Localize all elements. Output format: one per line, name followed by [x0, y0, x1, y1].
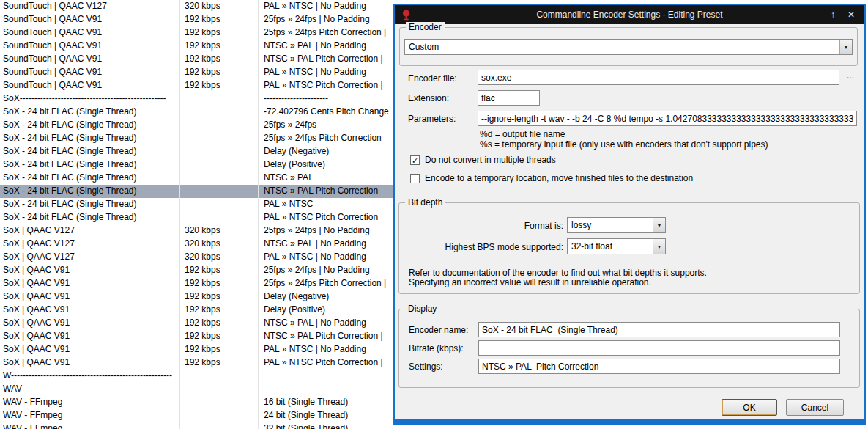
preset-list: SoundTouch | QAAC V127 320 kbps PAL » NT… [0, 0, 394, 429]
cell-settings: PAL » NTSC | No Padding [259, 66, 394, 79]
list-row[interactable]: SoundTouch | QAAC V91 192 kbps PAL » NTS… [0, 66, 394, 79]
list-row[interactable]: SoundTouch | QAAC V91 192 kbps NTSC » PA… [0, 40, 394, 53]
bitrate-kbps-label: Bitrate (kbps): [409, 343, 464, 353]
title-bar[interactable]: Commandline Encoder Settings - Editing P… [395, 5, 864, 24]
list-row[interactable]: SoundTouch | QAAC V127 320 kbps PAL » NT… [0, 0, 394, 13]
browse-button[interactable]: ... [842, 69, 858, 82]
highest-bps-select-value: 32-bit float [568, 239, 653, 254]
ok-button[interactable]: OK [722, 399, 777, 416]
list-row[interactable]: SoX | QAAC V91 192 kbps 25fps » 24fps | … [0, 264, 394, 277]
settings-input[interactable] [478, 359, 840, 374]
cell-name: SoX | QAAC V91 [0, 304, 180, 317]
cell-settings: -72.402796 Cents Pitch Change [259, 106, 394, 119]
cell-bitrate: 320 kbps [180, 0, 259, 13]
list-row[interactable]: SoX | QAAC V91 192 kbps NTSC » PAL Pitch… [0, 330, 394, 343]
encoder-name-input[interactable] [478, 322, 840, 337]
list-row[interactable]: SoX | QAAC V127 320 kbps 25fps » 24fps |… [0, 224, 394, 238]
cell-bitrate [180, 92, 259, 106]
list-row[interactable]: SoX-------------------------------------… [0, 92, 394, 106]
cell-bitrate: 192 kbps [180, 330, 259, 343]
cell-settings: NTSC » PAL Pitch Correction | [259, 53, 394, 66]
encoder-group: Encoder Custom ▼ [399, 27, 858, 66]
list-row[interactable]: SoX - 24 bit FLAC (Single Thread) PAL » … [0, 211, 394, 224]
list-row[interactable]: SoX | QAAC V91 192 kbps PAL » NTSC Pitch… [0, 356, 394, 370]
list-row[interactable]: W---------------------------------------… [0, 370, 394, 383]
temp-location-label: Encode to a temporary location, move fin… [425, 173, 693, 183]
cancel-button[interactable]: Cancel [786, 399, 844, 416]
cell-settings: Delay (Positive) [259, 304, 394, 317]
cell-bitrate [180, 172, 259, 185]
cell-bitrate [180, 211, 259, 224]
cell-bitrate: 192 kbps [180, 264, 259, 277]
highest-bps-select[interactable]: 32-bit float ▼ [567, 238, 666, 254]
highest-bps-label: Highest BPS mode supported: [399, 242, 563, 252]
cell-settings: 25fps » 24fps Pitch Correction | [259, 277, 394, 290]
cell-bitrate: 192 kbps [180, 66, 259, 79]
bitrate-kbps-input[interactable] [478, 340, 840, 356]
dialog-body: Encoder Custom ▼ Encoder file: ... Exten… [395, 24, 864, 419]
list-row[interactable]: SoX - 24 bit FLAC (Single Thread) 25fps … [0, 132, 394, 145]
encoder-select[interactable]: Custom ▼ [404, 39, 853, 55]
cell-bitrate: 320 kbps [180, 238, 259, 251]
cell-name: SoX - 24 bit FLAC (Single Thread) [0, 198, 180, 211]
list-row[interactable]: SoX | QAAC V127 320 kbps NTSC » PAL | No… [0, 238, 394, 251]
list-row[interactable]: SoundTouch | QAAC V91 192 kbps 25fps » 2… [0, 13, 394, 26]
list-row[interactable]: SoX | QAAC V91 192 kbps PAL » NTSC | No … [0, 343, 394, 356]
bit-depth-note-line1: Refer to documentation of the encoder to… [409, 268, 707, 278]
cell-name: SoX-------------------------------------… [0, 92, 180, 106]
list-row[interactable]: SoX | QAAC V91 192 kbps 25fps » 24fps Pi… [0, 277, 394, 290]
list-row[interactable]: SoX - 24 bit FLAC (Single Thread) PAL » … [0, 198, 394, 211]
list-row[interactable]: SoX | QAAC V91 192 kbps Delay (Positive) [0, 304, 394, 317]
list-row[interactable]: SoX - 24 bit FLAC (Single Thread) NTSC »… [0, 185, 394, 198]
list-row[interactable]: SoX - 24 bit FLAC (Single Thread) Delay … [0, 158, 394, 172]
cell-name: SoundTouch | QAAC V91 [0, 40, 180, 53]
list-row[interactable]: SoundTouch | QAAC V91 192 kbps 25fps » 2… [0, 26, 394, 40]
cell-settings: 25fps » 24fps Pitch Correction | [259, 26, 394, 40]
chevron-down-icon[interactable]: ▼ [653, 239, 665, 254]
cell-bitrate [180, 396, 259, 409]
format-is-label: Format is: [399, 221, 563, 231]
cell-settings: 25fps » 24fps [259, 119, 394, 132]
cell-settings: PAL » NTSC | No Padding [259, 251, 394, 264]
encoder-file-input[interactable] [478, 70, 839, 85]
list-row[interactable]: SoX | QAAC V127 320 kbps PAL » NTSC | No… [0, 251, 394, 264]
list-row[interactable]: WAV [0, 383, 394, 396]
cell-bitrate: 192 kbps [180, 356, 259, 370]
cell-name: SoX - 24 bit FLAC (Single Thread) [0, 132, 180, 145]
extension-input[interactable] [478, 90, 540, 106]
list-row[interactable]: SoX - 24 bit FLAC (Single Thread) 25fps … [0, 119, 394, 132]
settings-label: Settings: [409, 362, 443, 372]
bit-depth-note-line2: Specifying an incorrect value will resul… [409, 277, 651, 287]
list-row[interactable]: SoX - 24 bit FLAC (Single Thread) NTSC »… [0, 172, 394, 185]
cell-name: SoX | QAAC V127 [0, 224, 180, 238]
cell-settings [259, 383, 394, 396]
multithread-checkbox[interactable]: ✓ [410, 155, 420, 165]
close-icon[interactable]: ✕ [847, 10, 855, 20]
chevron-down-icon[interactable]: ▼ [653, 218, 665, 232]
cell-settings: NTSC » PAL Pitch Correction | [259, 330, 394, 343]
cell-settings: Delay (Positive) [259, 158, 394, 172]
rollup-icon[interactable]: ↑ [831, 10, 835, 20]
parameters-input[interactable] [478, 111, 857, 126]
list-row[interactable]: WAV - FFmpeg 24 bit (Single Thread) [0, 409, 394, 422]
list-row[interactable]: SoX | QAAC V91 192 kbps Delay (Negative) [0, 290, 394, 304]
list-row[interactable]: SoX - 24 bit FLAC (Single Thread) Delay … [0, 145, 394, 158]
list-row[interactable]: SoX | QAAC V91 192 kbps NTSC » PAL | No … [0, 317, 394, 330]
cell-settings: ---------------------- [259, 92, 394, 106]
dialog-title: Commandline Encoder Settings - Editing P… [395, 10, 864, 20]
format-select[interactable]: lossy ▼ [567, 217, 666, 233]
dialog-commandline-encoder-settings: Commandline Encoder Settings - Editing P… [393, 4, 866, 425]
list-row[interactable]: SoX - 24 bit FLAC (Single Thread) -72.40… [0, 106, 394, 119]
list-row[interactable]: SoundTouch | QAAC V91 192 kbps PAL » NTS… [0, 79, 394, 92]
chevron-down-icon[interactable]: ▼ [839, 40, 852, 54]
cell-name: SoX | QAAC V91 [0, 356, 180, 370]
cell-bitrate: 192 kbps [180, 317, 259, 330]
cell-name: WAV [0, 383, 180, 396]
list-row[interactable]: WAV - FFmpeg 32 bit (Single Thread) [0, 422, 394, 429]
cell-name: WAV - FFmpeg [0, 396, 180, 409]
list-row[interactable]: WAV - FFmpeg 16 bit (Single Thread) [0, 396, 394, 409]
list-row[interactable]: SoundTouch | QAAC V91 192 kbps NTSC » PA… [0, 53, 394, 66]
app-icon [401, 10, 411, 21]
cell-name: SoX | QAAC V91 [0, 330, 180, 343]
temp-location-checkbox[interactable] [410, 174, 420, 183]
